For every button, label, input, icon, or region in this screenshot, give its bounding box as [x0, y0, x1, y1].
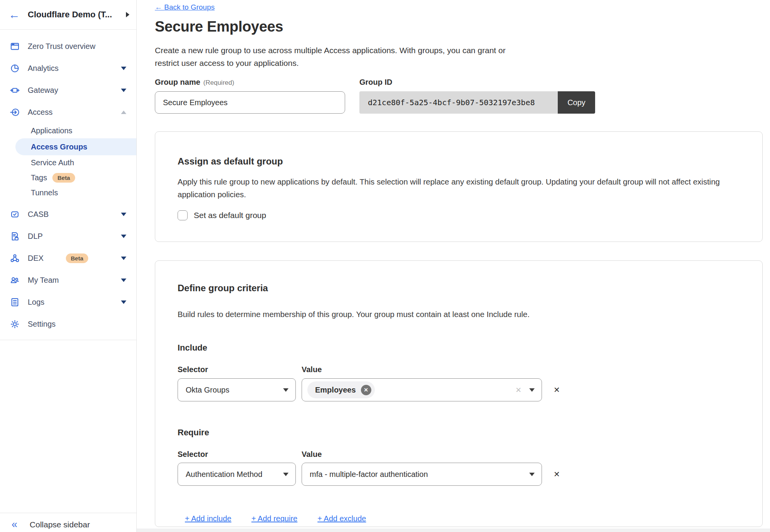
nav-divider — [0, 340, 136, 340]
group-name-input[interactable] — [155, 91, 345, 114]
selector-column-label: Selector — [178, 365, 302, 374]
chevron-down-icon[interactable] — [121, 279, 126, 282]
sidebar-item-my-team[interactable]: My Team — [0, 269, 136, 291]
add-exclude-link[interactable]: + Add exclude — [317, 514, 366, 523]
chevron-down-icon[interactable] — [121, 257, 126, 260]
sidebar-nav: Zero Trust overview Analytics Gateway Ac… — [0, 30, 136, 340]
require-selector-dropdown[interactable]: Authentication Method — [178, 463, 296, 486]
sidebar-item-access[interactable]: Access — [0, 101, 136, 123]
chevron-down-icon[interactable] — [121, 67, 126, 70]
remove-value-icon[interactable]: ✕ — [361, 385, 371, 395]
sidebar-item-label: Analytics — [28, 64, 121, 73]
sidebar: ← Cloudflare Demo (T... Zero Trust overv… — [0, 0, 137, 532]
sidebar-item-settings[interactable]: Settings — [0, 313, 136, 335]
gateway-icon — [10, 85, 20, 96]
collapse-icon: « — [12, 519, 17, 530]
beta-badge: Beta — [52, 173, 75, 183]
remove-require-rule-icon[interactable]: ✕ — [554, 470, 560, 479]
sidebar-item-label: Zero Trust overview — [28, 42, 126, 51]
sidebar-item-logs[interactable]: Logs — [0, 291, 136, 313]
chevron-up-icon[interactable] — [121, 111, 126, 114]
criteria-card: Define group criteria Build rules to det… — [155, 260, 763, 527]
casb-icon — [10, 209, 20, 220]
page-bottom-strip — [137, 529, 770, 532]
sidebar-item-service-auth[interactable]: Service Auth — [0, 155, 136, 170]
require-rule-row: Authentication Method mfa - multiple-fac… — [178, 463, 740, 486]
sidebar-item-tags[interactable]: Tags Beta — [0, 170, 136, 185]
criteria-card-title: Define group criteria — [178, 282, 740, 294]
copy-button[interactable]: Copy — [558, 91, 595, 114]
main-content: ← Back to Groups Secure Employees Create… — [137, 0, 770, 532]
chevron-down-icon — [529, 473, 535, 476]
set-default-group-label: Set as default group — [194, 211, 266, 220]
sidebar-item-casb[interactable]: CASB — [0, 203, 136, 225]
page-title: Secure Employees — [155, 18, 763, 35]
sidebar-item-tunnels[interactable]: Tunnels — [0, 185, 136, 200]
sidebar-item-label: Gateway — [28, 86, 121, 95]
value-pill: Employees ✕ — [307, 381, 375, 398]
add-rule-links: + Add include + Add require + Add exclud… — [178, 514, 740, 523]
chevron-right-icon[interactable] — [126, 12, 129, 17]
collapse-label: Collapse sidebar — [30, 520, 90, 529]
pie-chart-icon — [10, 63, 20, 74]
include-heading: Include — [178, 343, 740, 353]
require-value-dropdown[interactable]: mfa - multiple-factor authentication — [302, 463, 542, 486]
sidebar-item-label: My Team — [28, 276, 121, 285]
back-arrow-icon: ← — [155, 3, 162, 11]
chevron-down-icon[interactable] — [121, 213, 126, 216]
back-link-label: Back to Groups — [164, 3, 215, 11]
chevron-down-icon — [529, 388, 535, 392]
sidebar-header: ← Cloudflare Demo (T... — [0, 0, 136, 30]
sidebar-item-label: Access — [28, 108, 121, 117]
sidebar-item-dex[interactable]: DEX Beta — [0, 247, 136, 269]
require-selector-value: Authentication Method — [186, 470, 262, 479]
criteria-card-description: Build rules to determine membership of t… — [178, 308, 740, 321]
sidebar-item-label: Tunnels — [31, 188, 58, 197]
require-value: mfa - multiple-factor authentication — [310, 470, 428, 479]
network-nodes-icon — [10, 253, 20, 263]
add-require-link[interactable]: + Add require — [252, 514, 298, 523]
gear-icon — [10, 319, 20, 329]
selector-column-label: Selector — [178, 450, 302, 459]
sidebar-item-label: Logs — [28, 298, 121, 307]
add-include-link[interactable]: + Add include — [185, 514, 232, 523]
sidebar-item-dlp[interactable]: DLP — [0, 225, 136, 247]
sidebar-item-label: Settings — [28, 320, 126, 329]
set-default-group-checkbox[interactable] — [178, 210, 188, 220]
include-value-multiselect[interactable]: Employees ✕ ✕ — [302, 378, 542, 401]
required-hint: (Required) — [203, 79, 234, 86]
include-selector-dropdown[interactable]: Okta Groups — [178, 378, 296, 401]
remove-include-rule-icon[interactable]: ✕ — [554, 385, 560, 394]
group-id-value: d21ce80f-5a25-4bcf-9b07-5032197e3be8 — [359, 91, 558, 114]
sidebar-item-label: DLP — [28, 232, 121, 241]
clear-values-icon[interactable]: ✕ — [515, 386, 522, 394]
beta-badge: Beta — [66, 253, 89, 263]
default-group-card: Assign as default group Apply this rule … — [155, 131, 763, 242]
logs-icon — [10, 297, 20, 307]
page-description: Create a new rule group to use across mu… — [155, 44, 528, 69]
require-heading: Require — [178, 428, 740, 438]
team-icon — [10, 275, 20, 285]
chevron-down-icon[interactable] — [121, 89, 126, 92]
default-group-card-description: Apply this rule group to new application… — [178, 175, 726, 201]
sidebar-item-gateway[interactable]: Gateway — [0, 79, 136, 101]
sidebar-item-label: Applications — [31, 126, 72, 135]
chevron-down-icon[interactable] — [121, 235, 126, 238]
include-selector-value: Okta Groups — [186, 386, 229, 394]
sidebar-item-analytics[interactable]: Analytics — [0, 57, 136, 79]
back-to-groups-link[interactable]: ← Back to Groups — [155, 3, 215, 12]
sidebar-item-zero-trust-overview[interactable]: Zero Trust overview — [0, 35, 136, 57]
window-icon — [10, 41, 20, 52]
group-name-id-row: Group name(Required) Group ID d21ce80f-5… — [155, 78, 763, 114]
value-column-label: Value — [302, 365, 322, 374]
collapse-sidebar-button[interactable]: « Collapse sidebar — [0, 513, 136, 532]
back-arrow-icon[interactable]: ← — [8, 9, 20, 20]
sidebar-item-label: DEX — [28, 254, 60, 263]
value-pill-label: Employees — [315, 386, 356, 394]
sidebar-item-label: CASB — [28, 210, 121, 219]
chevron-down-icon[interactable] — [121, 300, 126, 304]
sidebar-item-access-groups[interactable]: Access Groups — [15, 138, 136, 155]
sidebar-item-label: Service Auth — [31, 158, 74, 167]
default-group-card-title: Assign as default group — [178, 156, 740, 167]
sidebar-item-applications[interactable]: Applications — [0, 123, 136, 138]
